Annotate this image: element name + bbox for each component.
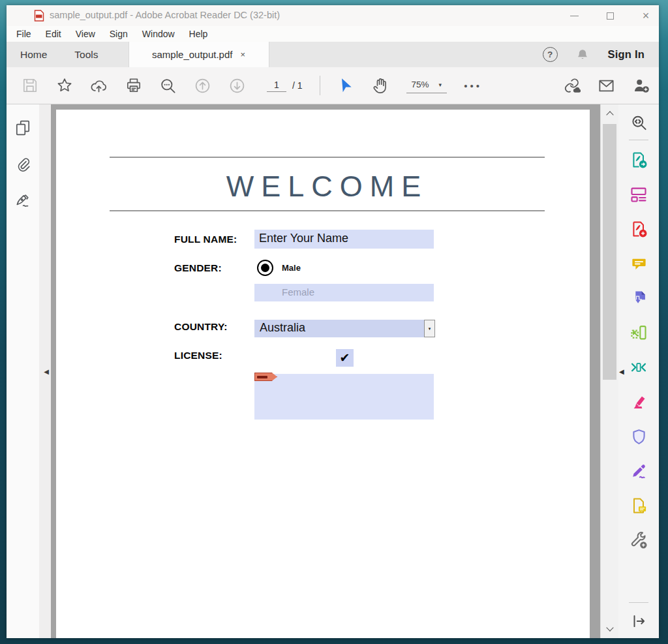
pdf-file-icon bbox=[34, 10, 44, 22]
fill-sign-icon[interactable] bbox=[630, 462, 648, 480]
full-name-input[interactable]: Enter Your Name bbox=[254, 230, 434, 249]
menu-file[interactable]: File bbox=[9, 26, 38, 42]
more-tools-wrench-icon[interactable] bbox=[630, 531, 648, 549]
signature-field[interactable] bbox=[254, 374, 434, 420]
signatures-pen-icon[interactable] bbox=[14, 192, 32, 209]
page-thumbnails-icon[interactable] bbox=[14, 119, 32, 136]
form-title: WELCOME bbox=[110, 170, 545, 204]
window-title: sample_output.pdf - Adobe Acrobat Reader… bbox=[50, 10, 280, 20]
title-rule-top bbox=[110, 157, 545, 158]
scrollbar-thumb[interactable] bbox=[603, 124, 616, 380]
toolbar-right-group bbox=[563, 77, 650, 95]
scroll-up-icon[interactable] bbox=[601, 106, 618, 121]
menu-bar: File Edit View Sign Window Help bbox=[7, 26, 659, 42]
tools-panel-bottom bbox=[629, 602, 648, 630]
title-rule-bottom bbox=[110, 210, 545, 211]
main-area: ◀ WELCOME FULL NAME: Enter Your Name GEN… bbox=[7, 104, 659, 638]
page-number-input[interactable]: 1 bbox=[267, 80, 286, 92]
tab-home[interactable]: Home bbox=[7, 42, 61, 67]
collapse-tools-pane-icon[interactable]: ◀ bbox=[619, 368, 624, 375]
next-page-icon[interactable] bbox=[228, 77, 246, 95]
country-dropdown-button[interactable]: ▾ bbox=[424, 320, 435, 337]
send-for-comments-icon[interactable] bbox=[630, 497, 648, 515]
export-pdf-icon[interactable] bbox=[630, 151, 648, 169]
menu-edit[interactable]: Edit bbox=[38, 26, 68, 42]
search-tools-icon[interactable] bbox=[159, 77, 177, 95]
gender-male-radio[interactable] bbox=[257, 260, 273, 276]
comment-icon[interactable] bbox=[630, 254, 648, 273]
license-checkbox[interactable]: ✔ bbox=[336, 349, 354, 367]
menu-view[interactable]: View bbox=[68, 26, 102, 42]
highlight-icon[interactable] bbox=[630, 393, 648, 411]
page-navigation: 1 / 1 bbox=[267, 80, 303, 92]
tab-document[interactable]: sample_output.pdf × bbox=[129, 42, 269, 67]
combine-files-icon[interactable] bbox=[630, 289, 648, 307]
page-count-label: / 1 bbox=[292, 80, 303, 91]
country-dropdown[interactable]: Australia bbox=[254, 320, 424, 337]
attachments-paperclip-icon[interactable] bbox=[14, 155, 32, 173]
gender-female-field[interactable]: Female bbox=[254, 284, 434, 301]
previous-page-icon[interactable] bbox=[194, 77, 211, 95]
tools-divider bbox=[629, 140, 648, 140]
tools-panel: ◀ bbox=[618, 104, 659, 638]
title-bar[interactable]: sample_output.pdf - Adobe Acrobat Reader… bbox=[7, 5, 659, 26]
combo-arrow-icon: ▾ bbox=[429, 326, 431, 331]
maximize-button[interactable] bbox=[605, 11, 615, 20]
vertical-scrollbar[interactable] bbox=[600, 104, 618, 638]
edit-pdf-icon[interactable] bbox=[630, 185, 648, 204]
menu-sign[interactable]: Sign bbox=[102, 26, 135, 42]
toolbar: 1 / 1 75% ▾ ••• bbox=[7, 67, 659, 104]
help-icon[interactable]: ? bbox=[543, 47, 558, 62]
add-user-icon[interactable] bbox=[632, 77, 650, 95]
tab-document-label: sample_output.pdf bbox=[152, 49, 232, 60]
save-icon[interactable] bbox=[21, 77, 38, 95]
gender-label: GENDER: bbox=[174, 262, 222, 274]
menu-help[interactable]: Help bbox=[182, 26, 215, 42]
close-button[interactable]: × bbox=[641, 11, 650, 20]
toolbar-divider bbox=[320, 76, 320, 95]
tab-tools[interactable]: Tools bbox=[61, 42, 112, 67]
zoom-dropdown-arrow-icon[interactable]: ▾ bbox=[439, 82, 442, 88]
notification-bell-icon[interactable] bbox=[574, 46, 592, 63]
tab-bar: Home Tools sample_output.pdf × ? Sign In bbox=[7, 42, 659, 67]
collapse-left-pane-icon[interactable]: ◀ bbox=[44, 368, 49, 375]
tools-bottom-divider bbox=[629, 602, 648, 603]
open-tools-pane-icon[interactable] bbox=[630, 612, 648, 630]
share-link-icon[interactable] bbox=[563, 77, 581, 95]
zoom-control[interactable]: 75% ▾ bbox=[406, 78, 448, 93]
scroll-down-icon[interactable] bbox=[601, 621, 618, 637]
protect-pdf-icon[interactable] bbox=[630, 427, 648, 446]
more-tools-icon[interactable]: ••• bbox=[464, 80, 482, 91]
document-area[interactable]: WELCOME FULL NAME: Enter Your Name GENDE… bbox=[51, 104, 600, 638]
male-radio-label: Male bbox=[282, 263, 301, 273]
acrobat-window: sample_output.pdf - Adobe Acrobat Reader… bbox=[7, 5, 659, 638]
sign-in-button[interactable]: Sign In bbox=[608, 48, 645, 61]
favorite-star-icon[interactable] bbox=[55, 77, 73, 95]
zoom-tools-icon[interactable] bbox=[630, 114, 648, 132]
window-controls: × bbox=[569, 5, 650, 26]
pdf-page[interactable]: WELCOME FULL NAME: Enter Your Name GENDE… bbox=[56, 110, 590, 638]
zoom-level-value: 75% bbox=[412, 80, 429, 89]
hand-tool-icon[interactable] bbox=[372, 77, 389, 95]
menu-window[interactable]: Window bbox=[135, 26, 182, 42]
minimize-button[interactable] bbox=[569, 11, 579, 20]
desktop-background: sample_output.pdf - Adobe Acrobat Reader… bbox=[0, 0, 668, 644]
compress-pdf-icon[interactable] bbox=[630, 358, 648, 376]
organize-pages-icon[interactable] bbox=[630, 324, 648, 342]
tab-bar-right: ? Sign In bbox=[543, 42, 659, 67]
full-name-label: FULL NAME: bbox=[174, 234, 237, 245]
tab-close-icon[interactable]: × bbox=[240, 50, 245, 59]
country-label: COUNTRY: bbox=[174, 321, 228, 333]
email-icon[interactable] bbox=[598, 77, 615, 95]
left-panel: ◀ bbox=[7, 104, 51, 638]
create-pdf-icon[interactable] bbox=[630, 220, 648, 238]
cloud-upload-icon[interactable] bbox=[90, 77, 108, 95]
selection-tool-icon[interactable] bbox=[337, 77, 355, 95]
license-label: LICENSE: bbox=[174, 350, 222, 361]
print-icon[interactable] bbox=[125, 77, 142, 95]
